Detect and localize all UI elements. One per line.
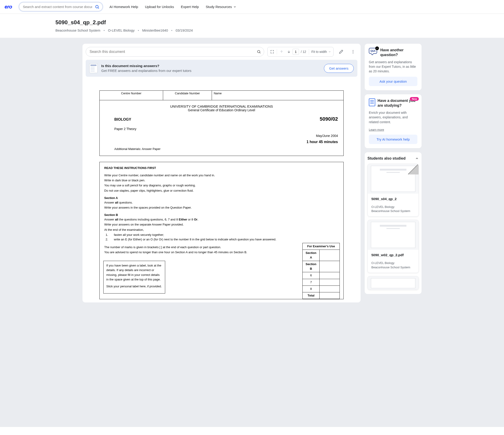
qa-card: Q&A ✓ Have another question? Get answers… [365, 44, 422, 90]
search-icon[interactable] [95, 5, 99, 9]
page-total: / 12 [299, 50, 308, 53]
breadcrumb-sep: • [171, 28, 172, 32]
ex-header: For Examiner's Use [303, 243, 340, 249]
breadcrumb-course[interactable]: O-LEVEL Biology [108, 28, 135, 32]
ask-question-button[interactable]: Ask your question [369, 77, 417, 86]
page-controls: / 12 Fit to width [267, 47, 333, 57]
breadcrumb-school[interactable]: Beaconhouse School System [55, 28, 100, 32]
svg-point-6 [353, 50, 353, 51]
pdf-page-1: Centre Number Candidate Number Name UNIV… [99, 81, 344, 299]
doc-search-box [86, 47, 264, 57]
check-icon: ✓ [375, 46, 379, 50]
examiner-use-table: For Examiner's Use Section A Section B 6… [302, 243, 340, 299]
breadcrumb-user[interactable]: MinisterBee1640 [142, 28, 168, 32]
instructions-title: READ THESE INSTRUCTIONS FIRST [104, 166, 339, 170]
nav-expert-help[interactable]: Expert Help [181, 5, 199, 9]
related-doc-card[interactable] [368, 276, 419, 290]
sas-header[interactable]: Students also studied [368, 156, 419, 160]
svg-point-2 [258, 50, 260, 53]
title-box: UNIVERSITY OF CAMBRIDGE INTERNATIONAL EX… [99, 100, 344, 156]
label-box-text1: If you have been given a label, look at … [106, 263, 162, 282]
subject: BIOLOGY [105, 117, 131, 122]
related-meta: Beaconhouse School System [371, 209, 415, 213]
header-centre-number: Centre Number [100, 91, 163, 100]
next-page-button[interactable] [285, 48, 293, 55]
related-thumbnail [368, 220, 419, 250]
nav-upload[interactable]: Upload for Unlocks [145, 5, 174, 9]
related-doc-card[interactable]: 5090_w02_qp_2.pdf O-LEVEL Biology Beacon… [368, 220, 419, 273]
instr-line: At the end of the examination, [104, 228, 339, 232]
gce-line: General Certificate of Education Ordinar… [105, 108, 338, 112]
search-icon[interactable] [257, 50, 261, 54]
breadcrumb-sep: • [104, 28, 105, 32]
qa-title: Have another question? [380, 48, 417, 57]
candidate-header-table: Centre Number Candidate Number Name [99, 90, 344, 100]
fullscreen-button[interactable] [269, 48, 276, 55]
instructions-box: READ THESE INSTRUCTIONS FIRST Write your… [99, 162, 344, 299]
header-candidate-number: Candidate Number [163, 91, 212, 100]
breadcrumb-sep: • [138, 28, 139, 32]
section-b-heading: Section B [104, 213, 339, 217]
related-doc-card[interactable]: 5090_s04_qp_2 O-LEVEL Biology Beaconhous… [368, 164, 419, 217]
pencil-icon [339, 49, 343, 54]
svg-point-0 [96, 5, 98, 8]
ex-row: Section A [303, 249, 320, 261]
nav-study-resources-label: Study Resources [206, 5, 232, 9]
page-header: 5090_s04_qp_2.pdf Beaconhouse School Sys… [55, 14, 399, 38]
breadcrumb: Beaconhouse School System • O-LEVEL Biol… [55, 28, 399, 32]
try-ai-homework-button[interactable]: Try AI homework help [369, 135, 417, 144]
annotate-button[interactable] [337, 47, 345, 56]
arrow-up-icon [280, 50, 283, 53]
students-also-studied-card: Students also studied 5090_s04_qp_2 O-LE… [365, 152, 422, 294]
document-icon [89, 63, 98, 73]
exam-date: May/June 2004 [105, 134, 338, 138]
related-meta: Beaconhouse School System [371, 265, 415, 269]
instr-line: Write your Centre number, candidate numb… [104, 173, 339, 178]
instr-line: Write in dark blue or black pen. [104, 178, 339, 183]
paper-row: Paper 2 Theory [105, 127, 338, 131]
page-number-input[interactable] [293, 49, 299, 55]
section-a-heading: Section A [104, 196, 339, 200]
ex-row: Total [303, 292, 320, 299]
ex-row: 8 [303, 285, 320, 292]
related-meta: O-LEVEL Biology [371, 205, 415, 209]
label-box: If you have been given a label, look at … [103, 261, 165, 293]
paper-code: 5090/02 [320, 116, 338, 122]
fullscreen-icon [270, 50, 274, 53]
instr-list-item: 2.write an E (for Either) or an O (for O… [106, 237, 339, 242]
document-viewer: / 12 Fit to width [82, 44, 360, 302]
prev-page-button[interactable] [278, 48, 285, 55]
zoom-select[interactable]: Fit to width [310, 50, 333, 53]
ex-row: 6 [303, 272, 320, 279]
logo: ero [5, 4, 12, 10]
related-thumbnail [368, 164, 419, 194]
header-name: Name [212, 91, 343, 100]
nav-study-resources[interactable]: Study Resources [206, 5, 236, 9]
doc-search-input[interactable] [86, 47, 264, 57]
chevron-up-icon [415, 157, 419, 160]
nav-ai-homework[interactable]: AI Homework Help [109, 5, 138, 9]
instr-line: You may use a soft pencil for any diagra… [104, 183, 339, 188]
instr-line: Answer all questions. [104, 200, 339, 205]
global-search-input[interactable] [19, 2, 103, 11]
instr-line: Do not use staples, paper clips, highlig… [104, 188, 339, 193]
learn-more-link[interactable]: Learn more [369, 128, 384, 131]
more-button[interactable] [349, 47, 357, 56]
svg-line-3 [260, 53, 260, 53]
separator [309, 49, 309, 54]
related-meta: O-LEVEL Biology [371, 261, 415, 265]
right-sidebar: Q&A ✓ Have another question? Get answers… [365, 44, 422, 302]
svg-point-7 [353, 52, 353, 52]
university-line: UNIVERSITY OF CAMBRIDGE INTERNATIONAL EX… [105, 104, 338, 108]
breadcrumb-date: 03/19/2024 [176, 28, 193, 32]
ex-row: 7 [303, 279, 320, 285]
page-title: 5090_s04_qp_2.pdf [55, 19, 399, 26]
chevron-down-icon [328, 50, 331, 53]
instr-line: Answer all the questions including quest… [104, 217, 339, 222]
materials-row: Additional Materials: Answer Paper [105, 147, 338, 151]
svg-point-8 [353, 53, 353, 53]
instr-line: Write your answers in the spaces provide… [104, 205, 339, 210]
study-desc: Enrich your document with answers, expla… [369, 110, 417, 124]
get-answers-button[interactable]: Get answers [324, 64, 354, 73]
chevron-down-icon [233, 5, 236, 9]
